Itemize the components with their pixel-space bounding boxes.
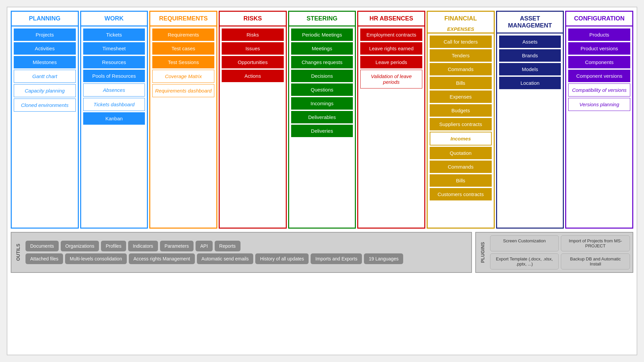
module-item-financial-10[interactable]: Bills <box>430 174 492 187</box>
module-header-asset: ASSET MANAGEMENT <box>497 12 563 34</box>
module-item-requirements-2[interactable]: Test Sessions <box>152 56 214 68</box>
module-header-requirements: REQUIREMENTS <box>150 12 216 26</box>
module-col-financial: FINANCIALEXPENSESCall for tendersTenders… <box>427 11 495 229</box>
module-item-work-1[interactable]: Timesheet <box>83 42 145 55</box>
module-item-planning-2[interactable]: Milestones <box>14 56 76 68</box>
main-container: PLANNINGProjectsActivitiesMilestonesGant… <box>7 7 637 355</box>
module-item-steering-3[interactable]: Decisions <box>291 70 353 82</box>
module-item-risks-0[interactable]: Risks <box>222 28 284 41</box>
module-items-planning: ProjectsActivitiesMilestonesGantt chartC… <box>12 26 78 228</box>
module-item-financial-2[interactable]: Commands <box>430 63 492 75</box>
outils-section: OUTILS DocumentsOrganizationsProfilesInd… <box>11 232 472 273</box>
module-item-requirements-3[interactable]: Coverage Matrix <box>152 70 214 83</box>
module-item-financial-5[interactable]: Budgets <box>430 104 492 117</box>
module-item-risks-3[interactable]: Actions <box>222 70 284 82</box>
outils-item-row2-6[interactable]: 19 Languages <box>364 253 403 264</box>
module-items-config: ProductsProduct versionsComponentsCompon… <box>566 26 632 228</box>
module-item-work-5[interactable]: Tickets dashboard <box>83 98 145 111</box>
module-item-steering-0[interactable]: Periodic Meetings <box>291 28 353 41</box>
module-item-config-3[interactable]: Component versions <box>568 70 630 82</box>
module-header-risks: RISKS <box>220 12 286 26</box>
plugin-item-row2-0[interactable]: Export Template (.docx, .xlsx, .pptx, ..… <box>490 253 559 269</box>
module-col-asset: ASSET MANAGEMENTAssetsBrandsModelsLocati… <box>496 11 564 229</box>
module-item-financial-8[interactable]: Quotation <box>430 147 492 159</box>
module-item-hr-0[interactable]: Employment contracts <box>360 28 422 41</box>
module-item-steering-6[interactable]: Deliverables <box>291 111 353 123</box>
module-item-hr-1[interactable]: Leave rights earned <box>360 42 422 55</box>
module-item-financial-7[interactable]: Incomes <box>430 132 492 145</box>
outils-item-row2-0[interactable]: Attached files <box>25 253 63 264</box>
module-header-steering: STEERING <box>289 12 355 26</box>
module-item-steering-4[interactable]: Questions <box>291 83 353 96</box>
module-item-steering-2[interactable]: Changes requests <box>291 56 353 68</box>
module-items-asset: AssetsBrandsModelsLocation <box>497 34 563 228</box>
outils-row-1: DocumentsOrganizationsProfilesIndicators… <box>25 241 469 251</box>
outils-item-row2-1[interactable]: Multi-levels consolidation <box>65 253 127 264</box>
module-item-work-4[interactable]: Absences <box>83 83 145 97</box>
financial-header-group: FINANCIALEXPENSES <box>428 12 494 34</box>
plugin-item-row1-0[interactable]: Screen Customization <box>490 235 559 251</box>
module-item-planning-1[interactable]: Activities <box>14 42 76 55</box>
plugin-item-row1-1[interactable]: Import of Projects from MS-PROJECT <box>561 235 630 251</box>
module-item-requirements-1[interactable]: Test cases <box>152 42 214 55</box>
module-item-asset-1[interactable]: Brands <box>499 49 561 62</box>
module-col-risks: RISKSRisksIssuesOpportunitiesActions <box>219 11 287 229</box>
module-item-financial-0[interactable]: Call for tenders <box>430 36 492 48</box>
module-item-financial-11[interactable]: Customers contracts <box>430 188 492 200</box>
outils-item-row2-3[interactable]: Automatic send emails <box>197 253 254 264</box>
module-item-config-2[interactable]: Components <box>568 56 630 68</box>
module-item-financial-3[interactable]: Bills <box>430 77 492 89</box>
outils-item-row2-2[interactable]: Access rights Management <box>129 253 195 264</box>
module-item-financial-9[interactable]: Commands <box>430 161 492 173</box>
module-item-asset-2[interactable]: Models <box>499 63 561 75</box>
module-header-work: WORK <box>81 12 147 26</box>
module-items-risks: RisksIssuesOpportunitiesActions <box>220 26 286 228</box>
module-item-risks-1[interactable]: Issues <box>222 42 284 55</box>
outils-item-row1-2[interactable]: Profiles <box>101 241 126 251</box>
outils-item-row1-1[interactable]: Organizations <box>61 241 99 251</box>
outils-item-row2-5[interactable]: Imports and Exports <box>311 253 362 264</box>
module-item-work-3[interactable]: Pools of Resources <box>83 70 145 82</box>
module-items-hr: Employment contractsLeave rights earnedL… <box>358 26 424 228</box>
module-item-work-6[interactable]: Kanban <box>83 112 145 125</box>
outils-row-2: Attached filesMulti-levels consolidation… <box>25 253 469 264</box>
module-col-config: CONFIGURATIONProductsProduct versionsCom… <box>565 11 633 229</box>
module-item-requirements-0[interactable]: Requirements <box>152 28 214 41</box>
module-item-financial-1[interactable]: Tenders <box>430 49 492 62</box>
module-item-hr-2[interactable]: Leave periods <box>360 56 422 68</box>
module-item-work-0[interactable]: Tickets <box>83 28 145 41</box>
module-item-requirements-4[interactable]: Requirements dashboard <box>152 84 214 97</box>
outils-item-row1-0[interactable]: Documents <box>25 241 59 251</box>
module-item-config-4[interactable]: Compatibility of versions <box>568 83 630 97</box>
module-item-planning-5[interactable]: Cloned environments <box>14 99 76 112</box>
module-item-steering-1[interactable]: Meetings <box>291 42 353 55</box>
module-item-hr-3[interactable]: Validation of leave periods <box>360 70 422 88</box>
module-item-steering-7[interactable]: Deliveries <box>291 125 353 137</box>
module-item-config-1[interactable]: Product versions <box>568 42 630 55</box>
module-item-risks-2[interactable]: Opportunities <box>222 56 284 68</box>
outils-item-row1-6[interactable]: Reports <box>215 241 240 251</box>
module-header-planning: PLANNING <box>12 12 78 26</box>
plugin-item-row2-1[interactable]: Backup DB and Automatic Install <box>561 253 630 269</box>
module-item-config-0[interactable]: Products <box>568 28 630 41</box>
module-item-work-2[interactable]: Resources <box>83 56 145 68</box>
outils-item-row1-4[interactable]: Parameters <box>160 241 194 251</box>
module-col-steering: STEERINGPeriodic MeetingsMeetingsChanges… <box>288 11 356 229</box>
module-item-planning-0[interactable]: Projects <box>14 28 76 41</box>
outils-item-row2-4[interactable]: History of all updates <box>255 253 309 264</box>
module-item-asset-3[interactable]: Location <box>499 77 561 89</box>
module-item-config-5[interactable]: Versions planning <box>568 98 630 111</box>
plugins-section: PLUGINS Screen CustomizationImport of Pr… <box>475 232 634 273</box>
financial-subheader: EXPENSES <box>446 25 475 33</box>
outils-item-row1-3[interactable]: Indicators <box>128 241 158 251</box>
module-item-financial-4[interactable]: Expenses <box>430 90 492 103</box>
module-item-financial-6[interactable]: Suppliers contracts <box>430 118 492 130</box>
module-item-asset-0[interactable]: Assets <box>499 36 561 48</box>
outils-item-row1-5[interactable]: API <box>196 241 213 251</box>
module-item-steering-5[interactable]: Incomings <box>291 97 353 110</box>
module-header-financial: FINANCIAL <box>443 12 479 25</box>
module-item-planning-4[interactable]: Capacity planning <box>14 84 76 97</box>
module-header-hr: HR ABSENCES <box>358 12 424 26</box>
module-item-planning-3[interactable]: Gantt chart <box>14 70 76 83</box>
module-items-financial: Call for tendersTendersCommandsBillsExpe… <box>428 34 494 228</box>
